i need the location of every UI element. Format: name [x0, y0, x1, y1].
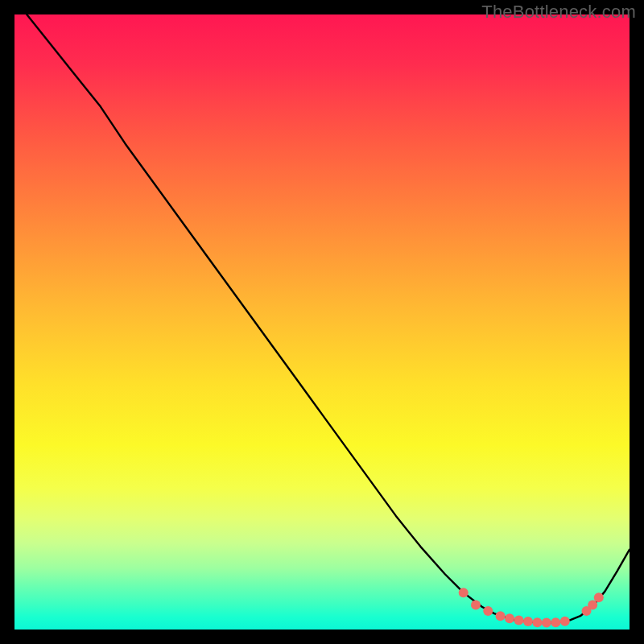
marker-group [459, 588, 604, 627]
plot-area [14, 14, 630, 630]
curve-marker [542, 618, 551, 628]
curve-marker [514, 616, 523, 625]
curve-marker [551, 617, 560, 627]
curve-marker [523, 617, 533, 626]
curve-marker [496, 611, 506, 621]
curve-marker [471, 600, 481, 609]
watermark-text: TheBottleneck.com [481, 2, 636, 23]
curve-marker [560, 617, 570, 626]
curve-svg [14, 14, 630, 630]
curve-marker [483, 606, 493, 616]
chart-container: TheBottleneck.com [0, 0, 644, 644]
curve-marker [532, 617, 542, 627]
bottleneck-curve [27, 14, 630, 623]
curve-marker [588, 600, 597, 609]
curve-marker [505, 613, 514, 623]
curve-marker [459, 588, 469, 597]
curve-marker [594, 592, 604, 602]
